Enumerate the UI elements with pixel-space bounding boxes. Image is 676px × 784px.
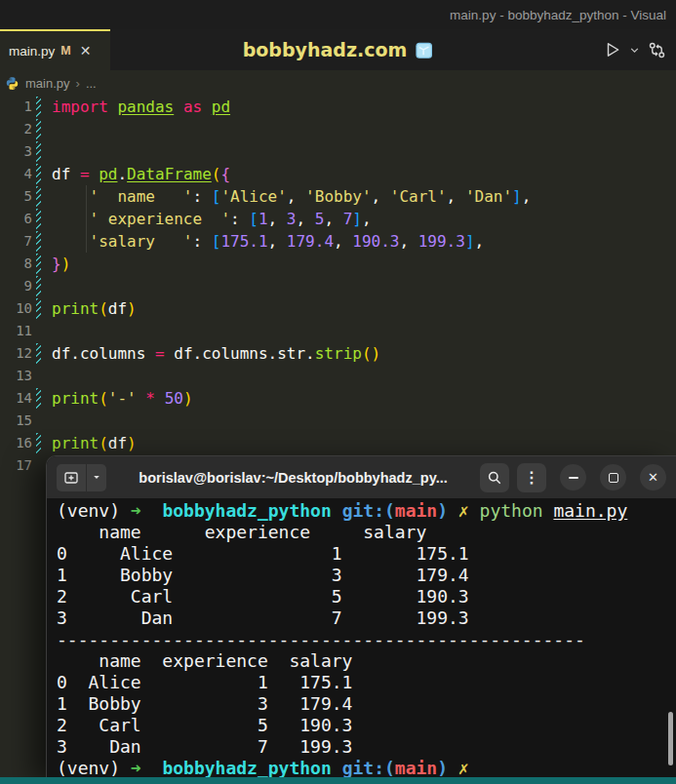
minimize-button[interactable]	[560, 464, 586, 490]
text-segment: :	[230, 210, 249, 228]
line-number: 4	[0, 163, 32, 185]
close-button[interactable]: ✕	[640, 464, 666, 490]
text-segment	[52, 232, 90, 251]
code-text: df.columns = df.columns.str.strip()	[52, 342, 380, 365]
code-line: 7 'salary ': [175.1, 179.4, 190.3, 199.3…	[0, 230, 676, 253]
text-segment: ➜	[131, 758, 141, 777]
run-dropdown-button[interactable]	[627, 43, 642, 58]
text-segment: ]	[465, 232, 475, 251]
terminal-output[interactable]: (venv) ➜ bobbyhadz_python git:(main) ✗ p…	[47, 498, 676, 777]
terminal-scrollbar[interactable]	[668, 712, 673, 765]
text-segment: ,	[372, 187, 390, 206]
text-segment: 3 Dan 7 199.3	[57, 608, 469, 628]
git-modified-marker	[36, 119, 41, 139]
new-tab-icon	[63, 470, 79, 486]
text-segment: ,	[334, 232, 352, 251]
breadcrumb-separator: ›	[76, 76, 80, 91]
terminal-line: 2 Carl 5 190.3	[57, 715, 676, 736]
text-segment: =	[80, 165, 90, 183]
git-modified-marker	[36, 254, 41, 274]
text-segment: import	[52, 98, 108, 116]
line-number: 5	[0, 185, 32, 208]
text-segment: ,	[268, 210, 287, 228]
line-number: 3	[0, 140, 32, 163]
new-tab-group	[57, 464, 106, 491]
code-text: print(df)	[52, 297, 137, 320]
text-segment: =	[155, 344, 165, 363]
modified-badge: M	[60, 44, 70, 58]
open-changes-button[interactable]	[646, 39, 668, 61]
ice-cube-icon	[415, 41, 433, 59]
text-segment: [	[249, 210, 258, 228]
terminal-window: borislav@borislav:~/Desktop/bobbyhadz_py…	[46, 455, 676, 777]
search-button[interactable]	[480, 463, 509, 492]
text-segment: print	[52, 299, 99, 318]
breadcrumb-item-file[interactable]: main.py	[25, 76, 70, 91]
code-text: df = pd.DataFrame({	[52, 163, 230, 185]
text-segment: :	[193, 232, 212, 251]
text-segment: 3 Dan 7 199.3	[57, 736, 352, 757]
breadcrumb-item-more[interactable]: ...	[86, 76, 97, 91]
code-line: 14print('-' * 50)	[0, 387, 676, 410]
text-segment: 'Carl'	[390, 187, 447, 206]
line-number: 15	[0, 410, 32, 432]
terminal-line: 0 Alice 1 175.1	[57, 543, 676, 565]
line-number: 7	[0, 230, 32, 253]
terminal-line: 0 Alice 1 175.1	[57, 672, 676, 693]
text-segment: ,	[268, 232, 287, 251]
tab-close-icon[interactable]: ✕	[80, 43, 92, 59]
text-segment: )	[437, 500, 448, 521]
maximize-button[interactable]	[600, 464, 626, 490]
text-segment: )	[183, 389, 193, 408]
new-tab-dropdown-button[interactable]	[86, 464, 106, 491]
terminal-line: 3 Dan 7 199.3	[57, 736, 676, 758]
line-number: 2	[0, 118, 32, 140]
text-segment: 179.4	[287, 232, 334, 251]
text-segment: 50	[165, 389, 183, 408]
terminal-line: (venv) ➜ bobbyhadz_python git:(main) ✗	[57, 758, 676, 777]
line-number: 14	[0, 387, 32, 410]
terminal-line: ----------------------------------------…	[57, 629, 676, 650]
terminal-titlebar[interactable]: borislav@borislav:~/Desktop/bobbyhadz_py…	[47, 456, 676, 498]
text-segment: 2 Carl 5 190.3	[57, 586, 469, 607]
line-number: 13	[0, 365, 32, 387]
menu-button[interactable]: ⋮	[517, 463, 546, 492]
text-segment	[52, 187, 90, 206]
text-segment: :	[193, 187, 212, 206]
code-line: 5 ' name ': ['Alice', 'Bobby', 'Carl', '…	[0, 185, 676, 208]
tab-main-py[interactable]: main.py M ✕	[0, 29, 110, 70]
vscode-window: main.py - bobbyhadz_python - Visual main…	[0, 0, 676, 784]
text-segment: print	[52, 389, 99, 408]
text-segment: (	[212, 165, 221, 183]
indent-guide	[86, 208, 87, 230]
git-modified-marker	[36, 276, 41, 296]
run-python-file-button[interactable]	[602, 39, 623, 60]
git-modified-marker	[36, 231, 41, 252]
code-text: import pandas as pd	[52, 96, 230, 118]
code-text: print(df)	[52, 432, 137, 454]
text-segment	[448, 758, 458, 777]
window-titlebar: main.py - bobbyhadz_python - Visual	[0, 0, 676, 29]
git-modified-marker	[36, 209, 41, 229]
text-segment: DataFrame	[127, 165, 212, 183]
git-modified-marker	[36, 343, 41, 364]
terminal-line: name experience salary	[57, 650, 676, 672]
command-center[interactable]: bobbyhadz.com	[243, 29, 434, 70]
text-segment: pd	[99, 165, 117, 183]
search-icon	[487, 470, 502, 486]
new-terminal-tab-button[interactable]	[57, 464, 86, 491]
text-segment: 0 Alice 1 175.1	[57, 672, 352, 692]
code-line: 4df = pd.DataFrame({	[0, 163, 676, 185]
code-line: 2	[0, 118, 676, 140]
text-segment: (	[99, 299, 108, 318]
terminal-line: (venv) ➜ bobbyhadz_python git:(main) ✗ p…	[57, 500, 676, 522]
line-number: 1	[0, 96, 32, 118]
text-segment: bobbyhadz_python	[162, 500, 331, 521]
line-number: 9	[0, 275, 32, 297]
text-segment: 0 Alice 1 175.1	[57, 543, 469, 564]
indent-guide	[86, 185, 87, 208]
text-segment: name experience salary	[57, 650, 352, 671]
text-segment: 'Alice'	[220, 187, 286, 206]
chevron-down-icon	[629, 45, 640, 56]
kebab-menu-icon: ⋮	[524, 470, 539, 486]
